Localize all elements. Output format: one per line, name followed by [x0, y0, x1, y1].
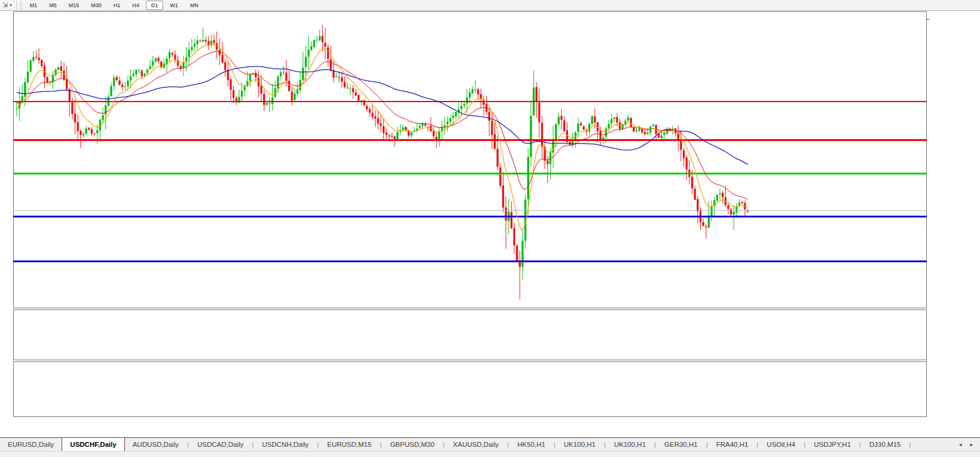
tab-USOil-H4[interactable]: USOil,H4 [759, 438, 803, 451]
toolbar-grip[interactable] [20, 1, 22, 9]
timeframe-M15[interactable]: M15 [63, 1, 85, 10]
chart-tab-bar: EURUSD,DailyUSDCHF,DailyAUDUSD,Daily|USD… [0, 437, 980, 451]
timeframe-M1[interactable]: M1 [25, 1, 43, 10]
tab-UK100-H1[interactable]: UK100,H1 [556, 438, 603, 451]
tab-USDCHF-Daily[interactable]: USDCHF,Daily [62, 438, 124, 451]
timeframe-M30[interactable]: M30 [86, 1, 107, 10]
tab-USDCNH-Daily[interactable]: USDCNH,Daily [254, 438, 316, 451]
timeframe-buttons: M1M5M15M30H1H4D1W1MN [24, 1, 204, 10]
tab-scroll-right-icon[interactable]: ▸ [970, 441, 973, 447]
tab-AUDUSD-Daily[interactable]: AUDUSD,Daily [125, 438, 187, 451]
tab-scroll-arrows: ◂ ▸ [955, 438, 980, 451]
tab-GBPUSD-M30[interactable]: GBPUSD,M30 [382, 438, 442, 451]
tab-EURUSD-M15[interactable]: EURUSD,M15 [319, 438, 379, 451]
timeframe-M5[interactable]: M5 [44, 1, 62, 10]
timeframe-H4[interactable]: H4 [127, 1, 145, 10]
status-strip [0, 451, 980, 457]
tab-GER30-H1[interactable]: GER30,H1 [657, 438, 706, 451]
tab-USDCAD-Daily[interactable]: USDCAD,Daily [190, 438, 251, 451]
tab-UK100-H1[interactable]: UK100,H1 [606, 438, 654, 451]
toolbar-separator [16, 1, 17, 10]
macd-window [13, 361, 926, 417]
timeframe-D1[interactable]: D1 [146, 1, 164, 10]
top-toolbar: ⇲ ▾ M1M5M15M30H1H4D1W1MN [0, 0, 980, 11]
timeframe-W1[interactable]: W1 [164, 1, 184, 10]
tab-FRA40-H1[interactable]: FRA40,H1 [709, 438, 756, 451]
tab-DJ30-M15[interactable]: DJ30,M15 [862, 438, 908, 451]
chart-tabs: EURUSD,DailyUSDCHF,DailyAUDUSD,Daily|USD… [0, 438, 955, 451]
chevron-down-icon: ▾ [10, 3, 12, 8]
chart-shift-icon: ⇲ [2, 2, 8, 8]
chart-shift-tool[interactable]: ⇲ ▾ [0, 0, 14, 10]
chart-canvas[interactable] [0, 11, 980, 437]
rsi-window [13, 309, 926, 360]
tab-XAUUSD-Daily[interactable]: XAUUSD,Daily [445, 438, 507, 451]
timeframe-H1[interactable]: H1 [108, 1, 126, 10]
timeframe-MN[interactable]: MN [185, 1, 204, 10]
tab-scroll-left-icon[interactable]: ◂ [959, 441, 962, 447]
tab-separator: | [908, 441, 911, 448]
tab-USDJPY-H1[interactable]: USDJPY,H1 [806, 438, 859, 451]
main-window [13, 12, 926, 308]
tab-EURUSD-Daily[interactable]: EURUSD,Daily [0, 438, 62, 451]
tab-HK50-H1[interactable]: HK50,H1 [509, 438, 553, 451]
